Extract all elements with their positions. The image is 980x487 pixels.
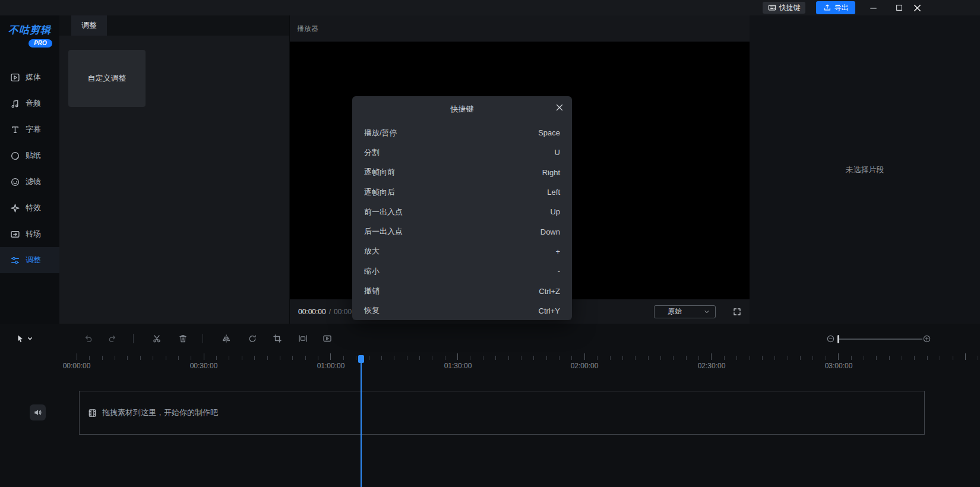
close-icon [912,3,922,13]
media-drop-zone[interactable]: 拖拽素材到这里，开始你的制作吧 [79,391,925,435]
minimize-button[interactable] [867,2,879,13]
current-time: 00:00:00 [298,308,326,316]
sidebar-item-label: 调整 [26,255,41,265]
no-clip-text: 未选择片段 [846,165,884,175]
audio-icon [10,99,20,109]
subtitle-icon [10,125,20,135]
ruler-label: 00:30:00 [190,362,218,370]
sidebar-item-label: 特效 [26,203,41,213]
shortcut-key: Up [550,207,560,216]
shortcut-key: U [555,148,560,157]
shortcut-list: 播放/暂停Space 分割U 逐帧向前Right 逐帧向后Left 前一出入点U… [352,123,572,321]
maximize-icon [895,4,903,12]
adjust-panel: 调整 自定义调整 [59,15,289,324]
sidebar-item-media[interactable]: 媒体 [0,64,59,90]
ruler-major-ticks [77,353,980,360]
ruler-label: 02:30:00 [698,362,726,370]
shortcuts-modal: 快捷键 播放/暂停Space 分割U 逐帧向前Right 逐帧向后Left 前一… [352,96,572,320]
timeline-toolbar [0,330,980,347]
shortcut-row: 后一出入点Down [364,222,560,241]
timeline-zoom-slider[interactable] [837,339,922,340]
shortcut-row: 逐帧向后Left [364,182,560,202]
sidebar: 不咕剪辑 PRO 媒体 音频 字幕 贴纸 滤镜 [0,15,59,324]
shortcut-key: Right [542,168,560,177]
track-mute-button[interactable] [30,404,46,420]
close-icon [555,103,564,112]
time-separator: / [329,308,331,316]
modal-close-button[interactable] [554,102,565,113]
cut-button[interactable] [150,331,164,346]
player-title: 播放器 [290,15,750,42]
sidebar-item-transition[interactable]: 转场 [0,221,59,247]
shortcut-row: 撤销Ctrl+Z [364,281,560,301]
sidebar-item-effect[interactable]: 特效 [0,195,59,221]
app-logo: 不咕剪辑 PRO [0,15,59,48]
shortcut-row: 缩小- [364,261,560,281]
zoom-in-button[interactable] [919,331,934,346]
adapt-button[interactable] [296,331,310,346]
sidebar-item-sticker[interactable]: 贴纸 [0,143,59,169]
filter-icon [10,177,20,187]
film-icon [88,409,97,418]
toolbar-divider [203,334,203,343]
close-button[interactable] [911,2,923,13]
media-icon [10,72,20,83]
sidebar-item-label: 贴纸 [26,150,41,161]
shortcut-key: Ctrl+Y [539,306,560,315]
crop-button[interactable] [270,331,284,346]
zoom-slider-handle[interactable] [837,335,839,343]
redo-button[interactable] [106,331,120,346]
shortcut-key: Down [540,227,560,236]
chevron-down-icon [27,336,33,341]
undo-icon [83,334,93,343]
drop-hint-text: 拖拽素材到这里，开始你的制作吧 [102,407,218,418]
trash-icon [178,334,188,343]
transition-icon [10,229,20,239]
scissors-icon [152,334,162,343]
crop-icon [273,334,282,343]
shortcut-button[interactable]: 快捷键 [763,2,805,14]
keyboard-icon [768,4,776,12]
inspector-panel: 未选择片段 [750,15,980,324]
delete-button[interactable] [176,331,190,346]
quality-value: 原始 [668,306,682,317]
logo-pro-badge: PRO [29,39,52,48]
quality-dropdown[interactable]: 原始 [654,305,716,318]
shortcut-key: Space [538,128,560,137]
shortcut-action: 逐帧向前 [364,167,395,178]
zoom-in-icon [922,334,931,343]
timeline-ruler[interactable]: 00:00:00 00:30:00 01:00:00 01:30:00 02:0… [0,350,980,374]
sidebar-item-subtitle[interactable]: 字幕 [0,116,59,143]
app-window: 快捷键 导出 不咕剪辑 PRO 媒体 [0,0,980,487]
shortcut-action: 分割 [364,147,380,158]
sidebar-item-audio[interactable]: 音频 [0,90,59,116]
sidebar-item-adjust[interactable]: 调整 [0,247,59,273]
adapt-icon [298,334,308,343]
title-bar: 快捷键 导出 [0,0,980,15]
ruler-label: 02:00:00 [571,362,599,370]
playhead-line [361,362,362,487]
tab-adjust[interactable]: 调整 [71,15,107,36]
export-button[interactable]: 导出 [816,1,855,14]
shortcut-action: 播放/暂停 [364,128,397,138]
select-tool-button[interactable] [13,331,40,346]
rotate-icon [248,334,257,343]
shortcut-key: + [555,247,560,256]
ruler-label: 01:00:00 [317,362,345,370]
zoom-out-button[interactable] [823,331,837,346]
mirror-button[interactable] [219,331,233,346]
shortcut-row: 放大+ [364,242,560,261]
undo-button[interactable] [81,331,95,346]
shortcut-key: Left [547,188,560,197]
preview-button[interactable] [320,331,334,346]
shortcut-action: 撤销 [364,286,380,296]
shortcut-row: 播放/暂停Space [364,123,560,143]
shortcut-action: 逐帧向后 [364,187,395,198]
export-button-label: 导出 [834,3,849,13]
flip-icon [222,334,231,343]
fullscreen-button[interactable] [732,307,742,317]
rotate-button[interactable] [245,331,260,346]
sidebar-item-filter[interactable]: 滤镜 [0,169,59,195]
custom-adjust-card[interactable]: 自定义调整 [68,50,146,107]
maximize-button[interactable] [893,2,905,13]
